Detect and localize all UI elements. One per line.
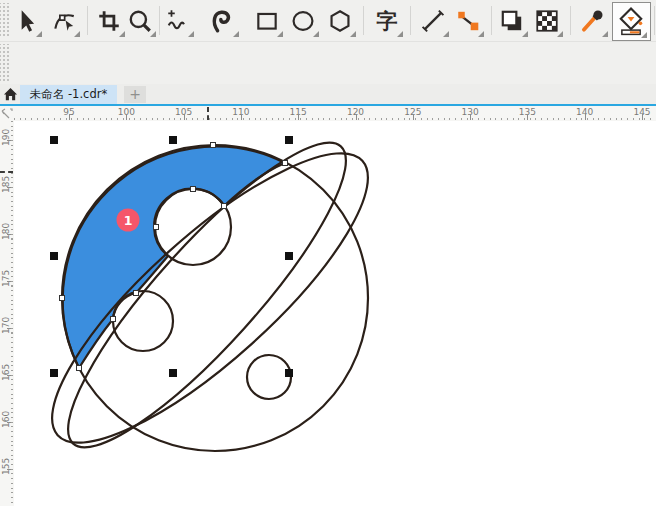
separator: [159, 6, 160, 35]
hruler-tick: [184, 114, 185, 120]
property-bar: 填充选项: 指定 轮廓: 指定 0.567 pt: [0, 42, 656, 84]
flyout-indicator: [478, 31, 484, 37]
connector-tool[interactable]: [452, 5, 484, 37]
selection-handle[interactable]: [285, 369, 293, 377]
path-node[interactable]: [191, 187, 196, 192]
drawing-canvas[interactable]: 1: [14, 121, 656, 506]
flyout-indicator: [641, 32, 647, 38]
polygon-tool[interactable]: [324, 5, 356, 37]
pick-tool[interactable]: [10, 5, 42, 37]
selection-handle[interactable]: [285, 252, 293, 260]
selection-handle[interactable]: [50, 369, 58, 377]
hruler-tick: [241, 114, 242, 120]
flyout-indicator: [150, 31, 156, 37]
interactive-fill-tool[interactable]: [615, 6, 647, 38]
text-tool[interactable]: 字: [371, 5, 403, 37]
crater-large[interactable]: [155, 189, 231, 265]
path-node[interactable]: [134, 291, 139, 296]
toolbar-grip[interactable]: [0, 3, 10, 38]
vruler-tick: [7, 469, 13, 470]
path-node[interactable]: [77, 366, 82, 371]
ruler-cursor-mark-vertical: [0, 171, 13, 173]
path-node[interactable]: [283, 161, 288, 166]
vruler-tick: [7, 375, 13, 376]
new-tab-button[interactable]: +: [124, 86, 146, 103]
vruler-label: 160: [1, 414, 11, 428]
vruler-label: 170: [1, 320, 11, 334]
hruler-tick: [642, 114, 643, 120]
step-badge-number: 1: [124, 213, 133, 228]
path-node[interactable]: [111, 317, 116, 322]
vruler-label: 155: [1, 461, 11, 475]
app-window: 字 填充选项: 指定 轮廓: 指定 0.567 pt: [0, 0, 656, 506]
home-icon: [3, 87, 18, 102]
separator: [491, 6, 492, 35]
flyout-indicator: [350, 31, 356, 37]
hruler-tick: [69, 114, 70, 120]
text-tool-glyph: 字: [377, 11, 398, 32]
crop-tool[interactable]: [93, 5, 125, 37]
selection-handle[interactable]: [285, 136, 293, 144]
hruler-tick: [470, 114, 471, 120]
document-tab-title: 未命名 -1.cdr*: [20, 87, 117, 102]
selection-handle[interactable]: [50, 252, 58, 260]
vruler-label: 175: [1, 273, 11, 287]
document-tab-bar: 未命名 -1.cdr* +: [0, 84, 656, 106]
flyout-indicator: [313, 31, 319, 37]
flyout-indicator: [36, 31, 42, 37]
flyout-indicator: [557, 31, 563, 37]
ruler-origin-corner[interactable]: [0, 106, 15, 122]
flyout-indicator: [522, 31, 528, 37]
rectangle-tool[interactable]: [251, 5, 283, 37]
flyout-indicator: [277, 31, 283, 37]
propbar-grip[interactable]: [0, 44, 10, 82]
toolbox-bar: 字: [0, 0, 656, 42]
ellipse-tool[interactable]: [287, 5, 319, 37]
vruler-label: 190: [1, 132, 11, 146]
hruler-tick: [126, 114, 127, 120]
crater-small[interactable]: [247, 355, 291, 399]
separator: [87, 6, 88, 35]
vruler-label: 185: [1, 179, 11, 193]
vruler-label: 180: [1, 226, 11, 240]
hruler-tick: [527, 114, 528, 120]
flyout-indicator: [443, 31, 449, 37]
path-node[interactable]: [222, 204, 227, 209]
vertical-ruler[interactable]: 190185180175170165160155: [0, 121, 15, 506]
vruler-tick: [7, 140, 13, 141]
shape-tool[interactable]: [48, 5, 80, 37]
hruler-tick: [356, 114, 357, 120]
vruler-tick: [7, 422, 13, 423]
vruler-tick: [7, 281, 13, 282]
vruler-tick: [7, 187, 13, 188]
separator: [570, 6, 571, 35]
path-node[interactable]: [60, 296, 65, 301]
horizontal-ruler[interactable]: 95100105110115120125130135140145: [14, 106, 656, 122]
flyout-indicator: [188, 31, 194, 37]
hruler-tick: [585, 114, 586, 120]
path-node[interactable]: [154, 225, 159, 230]
separator: [654, 6, 655, 35]
hruler-tick: [413, 114, 414, 120]
ruler-cursor-mark-horizontal: [207, 107, 209, 120]
selection-handle[interactable]: [169, 369, 177, 377]
dimension-tool[interactable]: [417, 5, 449, 37]
document-tab-active[interactable]: 未命名 -1.cdr*: [20, 85, 117, 104]
selection-handle[interactable]: [169, 136, 177, 144]
vruler-label: 165: [1, 367, 11, 381]
flyout-indicator: [74, 31, 80, 37]
bspline-tool[interactable]: [207, 5, 239, 37]
drop-shadow-tool[interactable]: [496, 5, 528, 37]
zoom-tool[interactable]: [124, 5, 156, 37]
eyedropper-tool[interactable]: [576, 5, 608, 37]
welcome-home-button[interactable]: [1, 85, 19, 104]
interactive-fill-tool-selected-frame: [612, 2, 651, 41]
flyout-indicator: [602, 31, 608, 37]
planet-drawing: 1: [14, 121, 656, 506]
hruler-tick: [298, 114, 299, 120]
vruler-tick: [7, 328, 13, 329]
transparency-tool[interactable]: [531, 5, 563, 37]
selection-handle[interactable]: [50, 136, 58, 144]
freehand-tool[interactable]: [162, 5, 194, 37]
path-node[interactable]: [211, 143, 216, 148]
